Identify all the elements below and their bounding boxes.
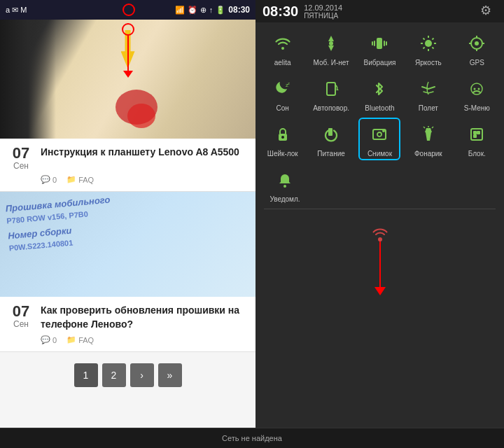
article-1-meta: 💬 0 📁 FAQ xyxy=(10,175,246,184)
alarm-icon: ⏰ xyxy=(188,6,197,15)
svg-point-33 xyxy=(377,132,382,136)
qs-sleep[interactable]: z z Сон xyxy=(262,72,304,115)
article-1: 07 Сен Инструкция к планшету Lenovo A8 A… xyxy=(0,20,255,192)
qs-row-1: aelita Моб. И-нет xyxy=(258,27,501,69)
article-1-month: Сен xyxy=(13,161,29,171)
qs-row-2: z z Сон Автоповор. xyxy=(258,72,501,115)
power-qs-icon xyxy=(317,120,345,148)
article-2-day: 07 xyxy=(13,304,29,319)
bluetooth-qs-icon xyxy=(365,75,393,103)
svg-point-0 xyxy=(329,41,333,46)
svg-point-34 xyxy=(382,130,385,132)
article-2: Прошивка мобильного P780 ROW v156, P7B0 … xyxy=(0,192,255,352)
qs-flight[interactable]: Полет xyxy=(407,72,449,115)
article-1-header: 07 Сен Инструкция к планшету Lenovo A8 A… xyxy=(10,146,246,171)
page-last-button[interactable]: » xyxy=(158,363,182,387)
svg-point-25 xyxy=(474,88,476,90)
article-2-header: 07 Сен Как проверить обновления прошивки… xyxy=(10,304,246,331)
qs-sleep-label: Сон xyxy=(276,104,289,112)
mobile-qs-icon xyxy=(317,29,345,57)
svg-point-16 xyxy=(475,41,479,46)
qs-screenshot[interactable]: Снимок xyxy=(358,118,400,160)
svg-rect-1 xyxy=(377,38,382,49)
right-header: 08:30 12.09.2014 ПЯТНИЦА ⚙ xyxy=(255,0,504,22)
flashlight-qs-icon xyxy=(414,120,442,148)
pagination: 1 2 › » xyxy=(0,352,255,398)
article-2-image: Прошивка мобильного P780 ROW v156, P7B0 … xyxy=(0,192,255,297)
arrow-shaft xyxy=(379,241,381,287)
article-2-title[interactable]: Как проверить обновления прошивки на тел… xyxy=(41,304,246,331)
qs-flashlight[interactable]: Фонарик xyxy=(407,118,449,160)
article-1-title[interactable]: Инструкция к планшету Lenovo A8 A5500 xyxy=(41,146,246,160)
article-2-content: 07 Сен Как проверить обновления прошивки… xyxy=(0,297,255,351)
wifi-icon: ⊕ xyxy=(200,6,206,15)
settings-divider xyxy=(264,209,496,209)
qs-screenlock-label: Шейк-лок xyxy=(267,150,298,158)
qs-bluetooth-label: Bluetooth xyxy=(365,104,394,112)
autorotate-qs-icon xyxy=(317,75,345,103)
qs-block[interactable]: Блок. xyxy=(456,118,498,160)
page-1-button[interactable]: 1 xyxy=(74,363,98,387)
article-2-meta: 💬 0 📁 FAQ xyxy=(10,335,246,344)
flight-qs-icon xyxy=(414,75,442,103)
svg-line-12 xyxy=(432,47,433,48)
qs-vibration-label: Вибрация xyxy=(364,59,396,66)
svg-marker-24 xyxy=(336,89,339,90)
article-2-month: Сен xyxy=(13,319,29,329)
article-1-category: 📁 FAQ xyxy=(66,175,94,184)
article-1-image xyxy=(0,20,255,139)
qs-gps[interactable]: GPS xyxy=(456,27,498,69)
notification-area xyxy=(258,212,501,303)
qs-flashlight-label: Фонарик xyxy=(414,150,442,158)
article-1-content: 07 Сен Инструкция к планшету Lenovo A8 A… xyxy=(0,139,255,191)
time-left: 08:30 xyxy=(228,5,250,15)
block-qs-icon xyxy=(463,120,491,148)
brightness-qs-icon xyxy=(414,29,442,57)
right-time: 08:30 xyxy=(262,4,298,20)
page-2-button[interactable]: 2 xyxy=(102,363,126,387)
qs-wifi[interactable]: aelita xyxy=(262,27,304,69)
qs-gps-label: GPS xyxy=(470,59,484,66)
page-next-button[interactable]: › xyxy=(130,363,154,387)
qs-notifications[interactable]: Уведомл. xyxy=(264,163,306,206)
svg-rect-38 xyxy=(471,129,482,140)
red-arrow-indicator xyxy=(122,23,134,78)
svg-rect-41 xyxy=(473,134,477,138)
svg-rect-5 xyxy=(386,41,387,46)
qs-brightness[interactable]: Яркость xyxy=(407,27,449,69)
wifi-qs-icon xyxy=(269,29,297,57)
qs-smenu-label: S-Меню xyxy=(464,104,490,112)
svg-rect-4 xyxy=(372,41,373,46)
qs-flight-label: Полет xyxy=(419,104,438,112)
qs-power[interactable]: Питание xyxy=(310,118,352,160)
gear-icon[interactable]: ⚙ xyxy=(480,3,497,20)
battery-icon: 🔋 xyxy=(216,6,225,15)
article-1-date: 07 Сен xyxy=(10,146,32,171)
svg-point-29 xyxy=(281,136,284,139)
status-icons: a ✉ M xyxy=(6,6,27,15)
qs-screenshot-label: Снимок xyxy=(368,150,392,158)
qs-mobile-label: Моб. И-нет xyxy=(314,59,349,66)
notifications-qs-icon xyxy=(271,166,299,194)
svg-text:z: z xyxy=(288,81,290,85)
svg-rect-2 xyxy=(374,41,375,46)
article-2-date: 07 Сен xyxy=(10,304,32,329)
qs-autorotate[interactable]: Автоповор. xyxy=(310,72,352,115)
qs-mobile[interactable]: Моб. И-нет xyxy=(310,27,352,69)
scroll-down-indicator xyxy=(372,226,388,295)
screenlock-qs-icon xyxy=(269,120,297,148)
lenovo-icon: a xyxy=(6,6,10,14)
arrow-head xyxy=(374,287,386,295)
qs-vibration[interactable]: Вибрация xyxy=(358,27,400,69)
article-2-category: 📁 FAQ xyxy=(66,335,94,344)
qs-bluetooth[interactable]: Bluetooth xyxy=(358,72,400,115)
qs-autorotate-label: Автоповор. xyxy=(313,104,349,112)
svg-point-6 xyxy=(425,40,432,47)
article-1-day: 07 xyxy=(13,146,29,161)
svg-point-26 xyxy=(478,88,480,90)
message-icon: ✉ xyxy=(12,6,18,15)
right-date-block: 12.09.2014 ПЯТНИЦА xyxy=(304,4,342,20)
qs-smenu[interactable]: S-Меню xyxy=(456,72,498,115)
qs-screenlock[interactable]: Шейк-лок xyxy=(262,118,304,160)
right-date: 12.09.2014 xyxy=(304,4,342,12)
